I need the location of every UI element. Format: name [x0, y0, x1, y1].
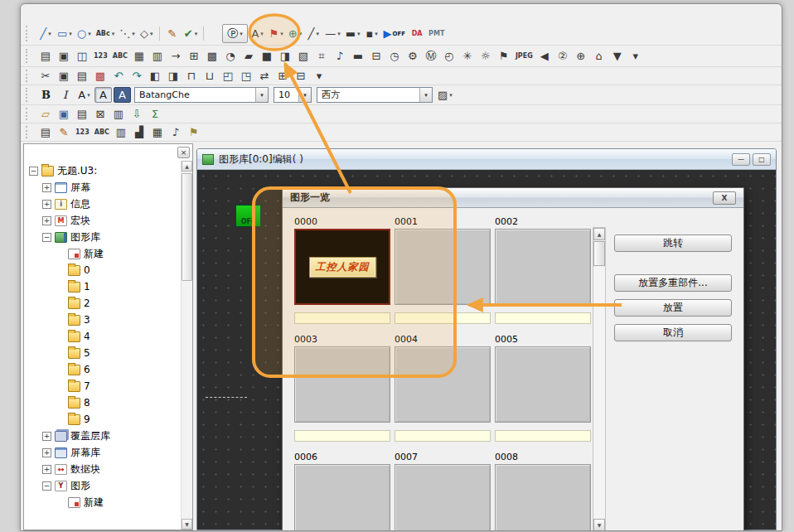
minimize-button[interactable]: —	[732, 153, 750, 166]
dots-tool[interactable]: ⋱▾	[118, 26, 137, 42]
cell-preview[interactable]	[495, 346, 591, 423]
cell-name-field[interactable]	[395, 312, 491, 324]
tree-item[interactable]: 2	[26, 295, 180, 312]
dropdown-arrow-icon[interactable]: ▾	[255, 88, 268, 102]
cell-preview[interactable]	[395, 346, 491, 423]
dialog-close-button[interactable]: X	[713, 191, 736, 205]
italic-button[interactable]: I	[56, 87, 74, 103]
line-tool[interactable]: ╱▾	[37, 26, 54, 42]
font-effect-button[interactable]: ▨▾	[436, 87, 454, 104]
import-icon[interactable]: ⇩	[128, 106, 145, 123]
dual-part-icon[interactable]: ②	[554, 48, 571, 65]
off-switch-tool[interactable]: ▶OFF	[382, 26, 408, 42]
timer-part-icon[interactable]: ◴	[441, 48, 458, 65]
align-right-icon[interactable]: ◨	[165, 68, 182, 85]
dropdown-arrow-icon[interactable]: ▾	[375, 31, 378, 37]
pattern-paste-icon[interactable]: ▩	[92, 68, 109, 85]
graph-mode-icon[interactable]: ▟	[131, 124, 148, 141]
confirm-tool[interactable]: ✔▾	[182, 26, 199, 42]
tree-item[interactable]: 新建	[26, 494, 180, 510]
effect-part-icon[interactable]: ✳	[459, 48, 476, 65]
tree-item[interactable]: 3	[26, 312, 180, 328]
line-part-tool[interactable]: ╱▾	[305, 26, 322, 42]
split-screen-icon[interactable]: ◨	[277, 48, 293, 65]
globe-part-tool[interactable]: ⊕▾	[287, 26, 303, 42]
expand-icon[interactable]: +	[42, 432, 51, 441]
charset-select[interactable]: 西方 ▾	[317, 87, 433, 103]
screen-grid-icon[interactable]: ▤	[37, 48, 54, 65]
tree-item[interactable]: 7	[26, 378, 180, 394]
scrollbar-thumb[interactable]	[593, 241, 605, 266]
remove-part-icon[interactable]: ⊟	[368, 48, 385, 65]
tree-item[interactable]: +屏幕	[26, 179, 180, 196]
scroll-up-icon[interactable]: ▲	[182, 161, 192, 172]
message-display-icon[interactable]: ▥	[149, 48, 166, 65]
scroll-down-icon[interactable]: ▼	[593, 519, 605, 531]
jump-button[interactable]: 跳转	[614, 235, 732, 252]
tree-item[interactable]: 5	[26, 345, 180, 361]
cell-name-field[interactable]	[395, 430, 491, 442]
lamp-part-icon[interactable]: ■	[259, 48, 275, 65]
text-style-button[interactable]: A▾	[75, 87, 93, 103]
cell-name-field[interactable]	[495, 312, 591, 324]
editor-titlebar[interactable]: 图形库[0:0]编辑( ) — □	[197, 149, 776, 170]
text-tool[interactable]: ABc▾	[94, 26, 117, 42]
save-file-icon[interactable]: ▣	[56, 106, 72, 123]
lamp-part-off[interactable]: OFF	[235, 205, 261, 227]
collapse-icon[interactable]: −	[42, 481, 51, 491]
draw-mode-icon[interactable]: ✎	[56, 124, 72, 141]
library-icon[interactable]: ▤	[74, 106, 90, 123]
tree-item[interactable]: 8	[26, 394, 180, 411]
tree-item[interactable]: −图形库	[26, 229, 180, 245]
panel-close-button[interactable]: ×	[177, 147, 190, 158]
place-button[interactable]: 放置	[614, 299, 732, 317]
collapse-icon[interactable]: −	[42, 233, 51, 242]
sum-icon[interactable]: Σ	[147, 106, 163, 123]
panel-scrollbar[interactable]: ▲ ▼	[181, 161, 192, 530]
dropdown-arrow-icon[interactable]: ▾	[298, 88, 311, 102]
home-icon[interactable]: ⌂	[591, 48, 608, 65]
dropdown-arrow-icon[interactable]: ▾	[48, 31, 51, 37]
hline-part-tool[interactable]: —▾	[323, 26, 342, 42]
part-place-tool[interactable]: Ⓟ▾	[222, 24, 248, 43]
brightness-icon[interactable]: ☼	[477, 48, 494, 65]
cell-name-field[interactable]	[294, 312, 390, 324]
scroll-up-icon[interactable]: ▲	[593, 228, 605, 240]
pen-tool[interactable]: ✎	[164, 26, 181, 42]
dropdown-arrow-icon[interactable]: ▾	[195, 31, 198, 37]
undo-icon[interactable]: ↶	[110, 68, 127, 85]
tree-item[interactable]: 新建	[26, 245, 180, 262]
rect-tool[interactable]: ▭▾	[56, 26, 74, 42]
close-screen-icon[interactable]: ⊠	[92, 106, 109, 123]
ellipse-tool[interactable]: ○▾	[75, 26, 93, 42]
numeric-mode-icon[interactable]: 123	[74, 124, 91, 141]
place-multiple-button[interactable]: 放置多重部件...	[614, 274, 732, 292]
collapse-icon[interactable]: −	[29, 167, 38, 176]
expand-icon[interactable]: +	[42, 200, 51, 209]
text-mode-icon[interactable]: ABC	[93, 124, 111, 141]
target-part-icon[interactable]: ⊕	[573, 48, 589, 65]
dropdown-arrow-icon[interactable]: ▾	[337, 31, 341, 37]
keypad-icon[interactable]: ⌗	[313, 48, 330, 65]
jump-part-icon[interactable]: →	[167, 48, 184, 65]
expand-icon[interactable]: +	[42, 448, 51, 457]
cell-preview[interactable]	[294, 464, 390, 531]
cell-preview[interactable]	[395, 229, 491, 305]
dropdown-arrow-icon[interactable]: ▾	[132, 31, 135, 37]
screen-copy-icon[interactable]: ▣	[56, 48, 72, 65]
redo-icon[interactable]: ↷	[128, 68, 145, 85]
dot-part-tool[interactable]: ▪▾	[364, 26, 380, 42]
cell-preview[interactable]	[395, 464, 491, 531]
tree-item[interactable]: +数据块	[26, 461, 180, 477]
buzzer-icon[interactable]: ♪	[332, 48, 348, 65]
grid-mode-icon[interactable]: ▦	[149, 124, 166, 141]
pie-graph-icon[interactable]: ◔	[222, 48, 239, 65]
overlap-lib-icon[interactable]: ▥	[110, 106, 127, 123]
arrange-more-icon[interactable]: ▾	[311, 68, 327, 85]
cancel-button[interactable]: 取消	[614, 324, 732, 341]
da-part-tool[interactable]: DA	[409, 26, 425, 42]
rotate-right-icon[interactable]: ◳	[238, 68, 254, 85]
tree-item[interactable]: 6	[26, 361, 180, 378]
align-bottom-icon[interactable]: ⊔	[201, 68, 218, 85]
copy-icon[interactable]: ▣	[56, 68, 72, 85]
